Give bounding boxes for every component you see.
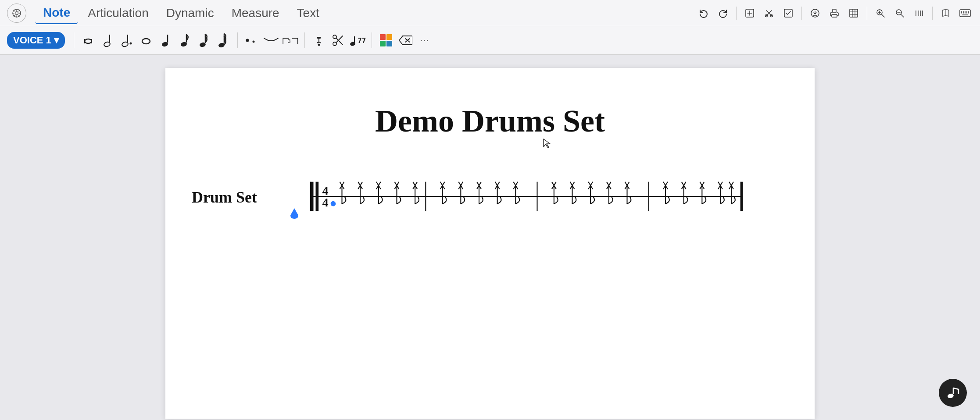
more-options-button[interactable]: ··· bbox=[416, 32, 433, 49]
tab-measure[interactable]: Measure bbox=[224, 3, 287, 24]
svg-line-8 bbox=[19, 10, 20, 11]
svg-line-7 bbox=[19, 15, 20, 16]
svg-point-65 bbox=[252, 41, 254, 43]
zoom-in-button[interactable] bbox=[873, 5, 888, 21]
music-player-button[interactable] bbox=[939, 379, 967, 407]
scissors-button[interactable] bbox=[329, 32, 347, 49]
note-separator-2 bbox=[237, 32, 238, 48]
svg-rect-78 bbox=[380, 41, 386, 46]
svg-point-87 bbox=[331, 201, 336, 206]
staff-container: 4 4 bbox=[264, 174, 788, 220]
main-content: Demo Drums Set Drum Set 4 4 bbox=[0, 55, 980, 420]
note-separator-4 bbox=[372, 32, 372, 48]
svg-rect-76 bbox=[380, 34, 386, 40]
svg-line-6 bbox=[14, 10, 14, 11]
note-separator-3 bbox=[304, 32, 305, 48]
note-cursor-indicator bbox=[290, 207, 299, 222]
dotted-half-note-button[interactable] bbox=[118, 32, 136, 49]
svg-rect-22 bbox=[850, 9, 858, 17]
sixteenth-note-button[interactable] bbox=[195, 32, 213, 49]
score-title: Demo Drums Set bbox=[192, 103, 788, 139]
add-button[interactable] bbox=[742, 5, 758, 21]
score-page: Demo Drums Set Drum Set 4 4 bbox=[165, 68, 815, 419]
tab-text[interactable]: Text bbox=[289, 3, 327, 24]
svg-point-46 bbox=[85, 39, 92, 43]
svg-line-32 bbox=[901, 14, 904, 17]
staff-svg: 4 4 bbox=[264, 174, 788, 218]
toolbar-right bbox=[696, 5, 973, 21]
redo-button[interactable] bbox=[715, 5, 731, 21]
zoom-out-button[interactable] bbox=[892, 5, 908, 21]
note-toolbar: VOICE 1 ▾ bbox=[0, 26, 980, 54]
slur-button[interactable] bbox=[262, 32, 280, 49]
tab-dynamic[interactable]: Dynamic bbox=[158, 3, 222, 24]
dot-button[interactable] bbox=[243, 32, 261, 49]
svg-point-1 bbox=[15, 11, 18, 14]
score-view-button[interactable] bbox=[938, 5, 954, 21]
keyboard-button[interactable] bbox=[957, 5, 973, 21]
undo-button[interactable] bbox=[696, 5, 712, 21]
svg-rect-21 bbox=[833, 9, 836, 13]
print-button[interactable] bbox=[826, 5, 842, 21]
svg-rect-77 bbox=[386, 34, 392, 40]
cut-button[interactable] bbox=[761, 5, 777, 21]
svg-point-69 bbox=[318, 44, 320, 46]
check-button[interactable] bbox=[780, 5, 796, 21]
separator-4 bbox=[932, 7, 933, 20]
tuplet-button[interactable]: 3 bbox=[282, 32, 299, 49]
svg-line-28 bbox=[882, 14, 885, 17]
instrument-label: Drum Set bbox=[192, 188, 257, 206]
quarter-note-button[interactable] bbox=[157, 32, 174, 49]
bars-button[interactable] bbox=[911, 5, 927, 21]
svg-point-55 bbox=[144, 40, 148, 43]
svg-line-9 bbox=[14, 15, 14, 16]
download-button[interactable] bbox=[807, 5, 823, 21]
svg-rect-67 bbox=[317, 37, 321, 39]
separator-3 bbox=[867, 7, 867, 20]
svg-text:3: 3 bbox=[287, 38, 290, 44]
eighth-note-button[interactable] bbox=[176, 32, 193, 49]
tab-articulation[interactable]: Articulation bbox=[80, 3, 157, 24]
half-note-button[interactable] bbox=[99, 32, 116, 49]
svg-text:4: 4 bbox=[322, 196, 328, 209]
tempo-button[interactable]: 77 bbox=[349, 32, 366, 49]
note-separator-1 bbox=[74, 32, 74, 48]
tab-bar: Note Articulation Dynamic Measure Text bbox=[0, 0, 980, 26]
delete-button[interactable] bbox=[397, 32, 414, 49]
svg-point-53 bbox=[129, 43, 132, 45]
settings-icon[interactable] bbox=[7, 4, 26, 23]
svg-line-156 bbox=[953, 388, 959, 389]
separator-2 bbox=[801, 7, 802, 20]
whole-note-button[interactable] bbox=[137, 32, 155, 49]
svg-point-64 bbox=[246, 39, 249, 42]
svg-rect-20 bbox=[832, 14, 837, 17]
table-button[interactable] bbox=[846, 5, 862, 21]
svg-text:4: 4 bbox=[322, 184, 328, 197]
voice-button[interactable]: VOICE 1 ▾ bbox=[7, 32, 65, 49]
rest-button[interactable] bbox=[310, 32, 328, 49]
double-whole-note-button[interactable] bbox=[79, 32, 97, 49]
separator-1 bbox=[736, 7, 737, 20]
tab-note[interactable]: Note bbox=[35, 2, 78, 24]
thirty-second-note-button[interactable] bbox=[215, 32, 232, 49]
chevron-down-icon: ▾ bbox=[54, 35, 59, 46]
svg-rect-79 bbox=[386, 41, 392, 46]
staff-row: Drum Set 4 4 bbox=[192, 174, 788, 220]
color-button[interactable] bbox=[377, 32, 395, 49]
